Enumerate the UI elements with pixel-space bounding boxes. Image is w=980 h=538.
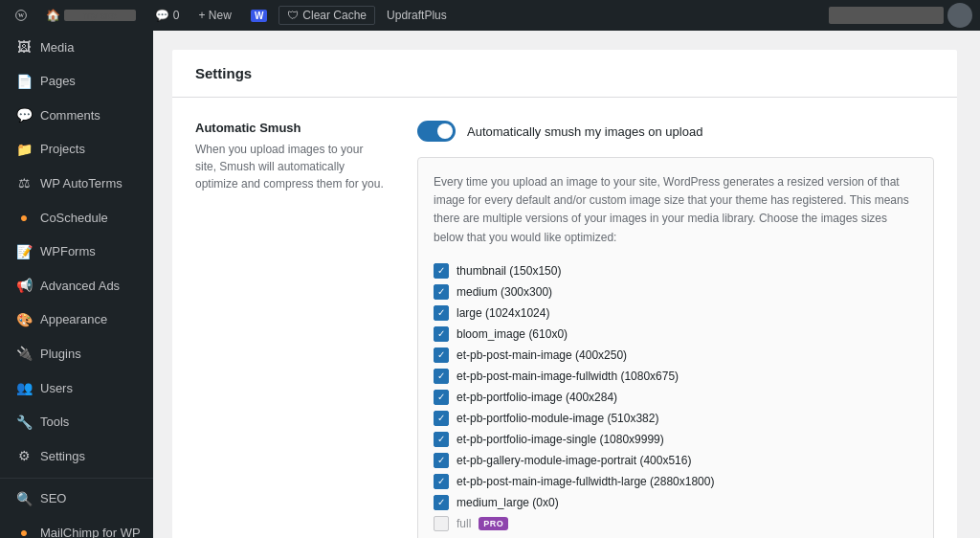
size-checkbox-full: [434, 516, 449, 531]
updraftplus-label: UpdraftPlus: [387, 9, 447, 22]
admin-bar: W 🏠 my site 💬 0 + New W 🛡 Clear Cache Up…: [0, 0, 980, 31]
new-content-button[interactable]: + New: [191, 0, 239, 31]
settings-left-panel: Automatic Smush When you upload images t…: [195, 121, 387, 538]
shield-icon: 🛡: [287, 9, 299, 22]
sidebar: 🖼 Media 📄 Pages 💬 Comments 📁 Projects ⚖ …: [0, 31, 153, 538]
size-row-bloom-image: bloom_image (610x0): [434, 324, 918, 345]
size-row-medium: medium (300x300): [434, 281, 918, 303]
sidebar-item-plugins[interactable]: 🔌 Plugins: [0, 337, 153, 371]
sidebar-label-plugins: Plugins: [40, 346, 81, 363]
sidebar-item-coschedule[interactable]: ● CoSchedule: [0, 201, 153, 235]
size-label-medium-large: medium_large (0x0): [457, 496, 559, 509]
sidebar-label-tools: Tools: [40, 414, 69, 431]
wp-logo-button[interactable]: W: [8, 2, 34, 29]
page-title: Settings: [195, 65, 252, 81]
sidebar-item-comments[interactable]: 💬 Comments: [0, 99, 153, 133]
size-checkbox-bloom-image[interactable]: [434, 326, 449, 342]
size-row-thumbnail: thumbnail (150x150): [434, 260, 918, 281]
pages-icon: 📄: [15, 73, 33, 92]
size-checkbox-medium-large[interactable]: [434, 495, 449, 510]
settings-panel: Settings Automatic Smush When you upload…: [172, 50, 957, 538]
comment-icon: 💬: [155, 9, 169, 22]
updraftplus-button[interactable]: UpdraftPlus: [379, 0, 455, 31]
size-row-et-pb-post-main-image: et-pb-post-main-image (400x250): [434, 345, 918, 366]
image-sizes-box: Every time you upload an image to your s…: [417, 157, 934, 538]
size-row-et-pb-portfolio-image-single: et-pb-portfolio-image-single (1080x9999): [434, 429, 918, 450]
appearance-icon: 🎨: [15, 311, 33, 330]
size-checkbox-et-pb-gallery-module-image-portrait[interactable]: [434, 453, 449, 468]
settings-body: Automatic Smush When you upload images t…: [172, 98, 957, 538]
pro-badge: PRO: [479, 517, 508, 530]
auto-smush-toggle[interactable]: [417, 121, 456, 142]
settings-icon: ⚙: [15, 447, 33, 466]
sidebar-label-comments: Comments: [40, 107, 100, 124]
size-label-bloom-image: bloom_image (610x0): [457, 327, 568, 341]
size-row-et-pb-portfolio-module-image: et-pb-portfolio-module-image (510x382): [434, 408, 918, 429]
size-row-et-pb-post-main-image-fullwidth: et-pb-post-main-image-fullwidth (1080x67…: [434, 366, 918, 387]
size-row-et-pb-post-main-image-fullwidth-large: et-pb-post-main-image-fullwidth-large (2…: [434, 471, 918, 492]
sidebar-item-wpforms[interactable]: 📝 WPForms: [0, 235, 153, 270]
sidebar-item-wp-autoterms[interactable]: ⚖ WP AutoTerms: [0, 167, 153, 201]
comments-notif-button[interactable]: 💬 0: [147, 0, 188, 31]
size-checkbox-et-pb-post-main-image-fullwidth[interactable]: [434, 369, 449, 384]
automatic-smush-title: Automatic Smush: [195, 121, 387, 135]
settings-header: Settings: [172, 50, 957, 98]
size-checkbox-large[interactable]: [434, 305, 449, 321]
size-row-medium-large: medium_large (0x0): [434, 492, 918, 513]
size-row-large: large (1024x1024): [434, 303, 918, 324]
size-checkbox-et-pb-portfolio-module-image[interactable]: [434, 411, 449, 426]
sidebar-item-pages[interactable]: 📄 Pages: [0, 65, 153, 100]
media-icon: 🖼: [15, 38, 33, 57]
size-row-et-pb-gallery-module-image-portrait: et-pb-gallery-module-image-portrait (400…: [434, 450, 918, 471]
sidebar-label-advanced-ads: Advanced Ads: [40, 278, 120, 295]
sidebar-item-users[interactable]: 👥 Users: [0, 371, 153, 406]
sidebar-item-advanced-ads[interactable]: 📢 Advanced Ads: [0, 269, 153, 303]
sidebar-item-settings[interactable]: ⚙ Settings: [0, 439, 153, 474]
mailchimp-icon: ●: [15, 524, 33, 538]
svg-text:W: W: [18, 12, 24, 18]
sidebar-item-projects[interactable]: 📁 Projects: [0, 133, 153, 168]
sidebar-item-tools[interactable]: 🔧 Tools: [0, 406, 153, 440]
size-checkbox-et-pb-post-main-image-fullwidth-large[interactable]: [434, 474, 449, 489]
sidebar-label-appearance: Appearance: [40, 311, 107, 328]
size-label-et-pb-post-main-image: et-pb-post-main-image (400x250): [457, 348, 627, 362]
size-label-et-pb-portfolio-image-single: et-pb-portfolio-image-single (1080x9999): [457, 433, 664, 446]
size-checkbox-et-pb-post-main-image[interactable]: [434, 347, 449, 363]
notif-count: 0: [173, 9, 180, 22]
wpforms-icon: 📝: [15, 243, 33, 262]
home-icon: 🏠: [46, 9, 60, 22]
size-row-full: full PRO: [434, 513, 918, 534]
sidebar-label-users: Users: [40, 380, 73, 397]
size-label-full: full: [457, 517, 471, 530]
sidebar-label-wpforms: WPForms: [40, 243, 96, 260]
sidebar-label-coschedule: CoSchedule: [40, 210, 108, 227]
size-checkbox-et-pb-portfolio-image-single[interactable]: [434, 432, 449, 447]
sidebar-item-appearance[interactable]: 🎨 Appearance: [0, 303, 153, 338]
sidebar-item-mailchimp[interactable]: ● MailChimp for WP: [0, 516, 153, 538]
size-label-et-pb-portfolio-module-image: et-pb-portfolio-module-image (510x382): [457, 412, 658, 425]
clear-cache-button[interactable]: 🛡 Clear Cache: [278, 6, 375, 25]
sidebar-item-media[interactable]: 🖼 Media: [0, 31, 153, 65]
size-row-et-pb-portfolio-image: et-pb-portfolio-image (400x284): [434, 387, 918, 408]
admin-bar-right: [829, 3, 972, 28]
sidebar-label-wp-autoterms: WP AutoTerms: [40, 175, 122, 192]
size-label-large: large (1024x1024): [457, 306, 549, 320]
size-checkbox-thumbnail[interactable]: [434, 263, 449, 279]
plugins-icon: 🔌: [15, 345, 33, 364]
size-checkbox-et-pb-portfolio-image[interactable]: [434, 390, 449, 405]
seo-icon: 🔍: [15, 490, 33, 509]
user-info: [829, 7, 944, 24]
size-checkbox-medium[interactable]: [434, 284, 449, 300]
settings-right-panel: Automatically smush my images on upload …: [417, 121, 934, 538]
projects-icon: 📁: [15, 141, 33, 160]
toggle-row: Automatically smush my images on upload: [417, 121, 934, 142]
autoterms-icon: ⚖: [15, 174, 33, 193]
new-label: + New: [199, 9, 232, 22]
sidebar-separator-1: [0, 478, 153, 479]
sidebar-item-seo[interactable]: 🔍 SEO: [0, 482, 153, 517]
size-label-et-pb-gallery-module-image-portrait: et-pb-gallery-module-image-portrait (400…: [457, 454, 691, 467]
site-name-button[interactable]: 🏠 my site: [38, 0, 144, 31]
w-plugin-button[interactable]: W: [243, 0, 275, 31]
sidebar-label-projects: Projects: [40, 141, 85, 158]
comments-icon: 💬: [15, 106, 33, 125]
